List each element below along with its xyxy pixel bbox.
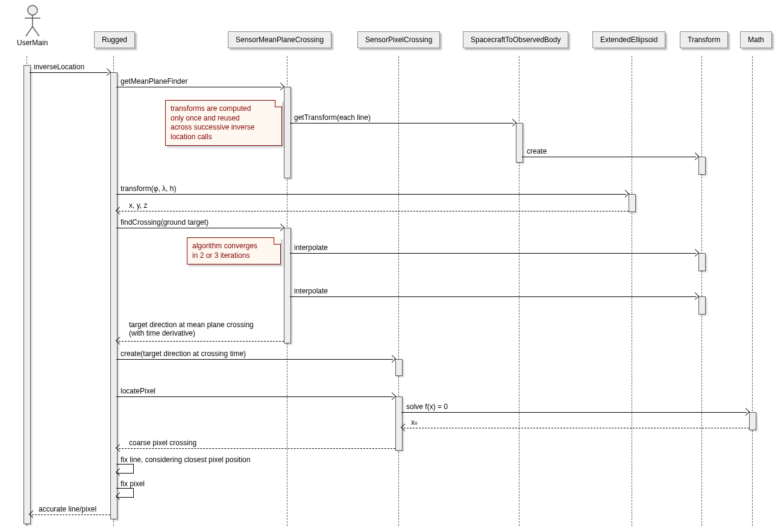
msg-accurate: accurate line/pixel xyxy=(39,505,96,513)
arrow-head xyxy=(277,224,284,231)
activation-transform-2 xyxy=(698,253,706,271)
activation-transform-3 xyxy=(698,296,706,315)
msg-fixline: fix line, considering closest pixel posi… xyxy=(121,455,250,464)
lifeline xyxy=(752,56,753,526)
arrow xyxy=(119,211,629,211)
msg-transformphi: transform(φ, λ, h) xyxy=(121,184,176,193)
participant-transform: Transform xyxy=(680,31,728,48)
sequence-diagram: UserMain Rugged SensorMeanPlaneCrossing … xyxy=(5,5,770,527)
lifeline xyxy=(398,56,399,526)
svg-line-3 xyxy=(26,27,33,36)
activation-smpc-1 xyxy=(284,87,291,178)
arrow-head xyxy=(388,392,396,400)
arrow xyxy=(522,157,696,157)
activation-usermain xyxy=(24,65,31,524)
activation-ee xyxy=(629,194,636,212)
activation-rugged xyxy=(110,72,118,519)
note-transforms: transforms are computed only once and re… xyxy=(165,100,282,146)
msg-gettransform: getTransform(each line) xyxy=(294,113,371,122)
arrow-head xyxy=(103,68,111,76)
arrow xyxy=(401,412,747,413)
msg-locatepixel: locatePixel xyxy=(121,387,155,395)
participant-extendedellipsoid: ExtendedEllipsoid xyxy=(592,31,665,48)
lifeline xyxy=(632,56,632,526)
arrow-head xyxy=(277,83,284,90)
participant-rugged: Rugged xyxy=(94,31,135,48)
arrow xyxy=(32,515,110,515)
activation-spc-1 xyxy=(395,359,403,376)
msg-interpolate2: interpolate xyxy=(294,287,328,295)
arrow-head xyxy=(691,292,699,300)
msg-x0: x₀ xyxy=(411,418,418,427)
msg-findcrossing: findCrossing(ground target) xyxy=(121,218,209,227)
arrow xyxy=(116,87,281,87)
actor-usermain: UserMain xyxy=(17,5,48,47)
msg-targetdirection: target direction at mean plane crossing … xyxy=(129,321,254,338)
actor-label: UserMain xyxy=(17,39,48,47)
arrow-head xyxy=(742,408,750,416)
participant-sensorpixelcrossing: SensorPixelCrossing xyxy=(357,31,440,48)
arrow xyxy=(116,194,626,195)
arrow-head xyxy=(691,249,699,257)
activation-math xyxy=(749,412,756,430)
arrow-head xyxy=(388,355,396,363)
msg-getmeanplanefinder: getMeanPlaneFinder xyxy=(121,77,187,86)
arrow xyxy=(404,428,749,428)
arrow-head xyxy=(621,190,629,198)
arrow xyxy=(290,296,696,297)
svg-point-0 xyxy=(28,5,37,15)
arrow xyxy=(116,396,393,397)
msg-createtargetdir: create(target direction at crossing time… xyxy=(121,349,246,358)
participant-math: Math xyxy=(740,31,772,48)
activation-spc-2 xyxy=(395,396,403,451)
arrow xyxy=(119,341,284,342)
participant-sensormeanplanecrossing: SensorMeanPlaneCrossing xyxy=(228,31,331,48)
note-converge: algorithm converges in 2 or 3 iterations xyxy=(187,237,281,264)
msg-coarsepixel: coarse pixel crossing xyxy=(129,439,196,447)
lifeline xyxy=(701,56,702,526)
participant-spacecrafttoobservedbody: SpacecraftToObservedBody xyxy=(463,31,568,48)
arrow xyxy=(116,359,393,360)
activation-smpc-2 xyxy=(284,228,291,343)
activation-transform-1 xyxy=(698,157,706,175)
arrow xyxy=(290,253,696,254)
arrow-head xyxy=(691,152,699,160)
msg-fixpixel: fix pixel xyxy=(121,480,145,488)
svg-line-4 xyxy=(33,27,39,36)
arrow xyxy=(30,72,108,73)
msg-xyz: x, y, z xyxy=(129,201,147,210)
msg-solvefx: solve f(x) = 0 xyxy=(406,402,448,411)
arrow xyxy=(290,123,513,124)
arrow xyxy=(119,448,395,449)
msg-create: create xyxy=(527,147,547,155)
arrow-head xyxy=(509,119,516,127)
msg-interpolate1: interpolate xyxy=(294,243,328,252)
arrow xyxy=(116,228,281,228)
msg-inverselocation: inverseLocation xyxy=(34,63,84,71)
